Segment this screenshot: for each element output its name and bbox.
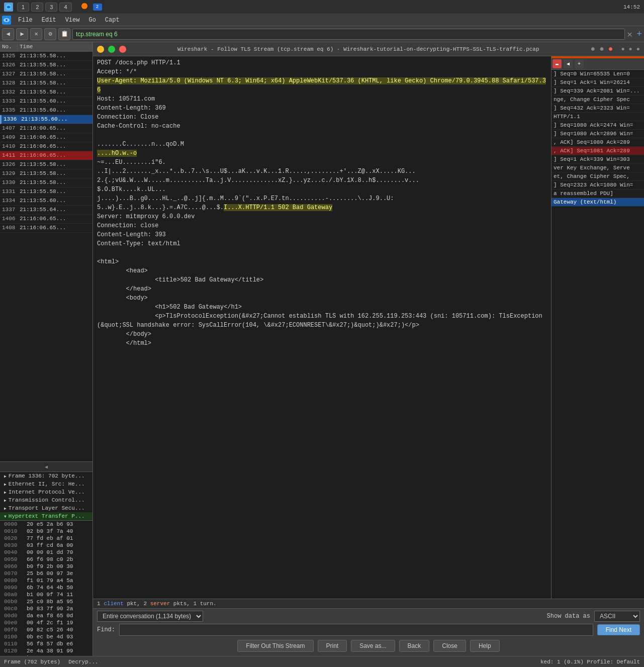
packet-row[interactable]: 140621:16:06.65... — [0, 215, 93, 224]
close-button[interactable]: Close — [433, 640, 466, 652]
find-input[interactable] — [119, 624, 593, 636]
pkt-info-item[interactable]: a reassembled PDU] — [551, 189, 644, 198]
menu-file[interactable]: File — [14, 16, 37, 25]
status-frame: Frame (702 bytes) — [4, 659, 60, 665]
toolbar-btn-3[interactable]: ✕ — [30, 28, 42, 40]
details-tls[interactable]: ▶ Transport Layer Secu... — [0, 504, 93, 512]
details-http[interactable]: ▼ Hypertext Transfer P... — [0, 512, 93, 520]
expand-left[interactable]: ◀ — [0, 461, 93, 471]
packet-row[interactable]: 140721:16:00.65... — [0, 124, 93, 133]
pkt-info-item[interactable]: ver Key Exchange, Serve — [551, 164, 644, 172]
packet-row[interactable]: 140921:16:06.65... — [0, 133, 93, 142]
status-decrypt: Decryp... — [68, 659, 98, 665]
tls-line: $.O.BTk....k..UL... — [97, 185, 547, 194]
details-tcp[interactable]: ▶ Transmission Control... — [0, 496, 93, 504]
win-close[interactable] — [119, 46, 126, 53]
packet-row[interactable]: 133121:13:55.58... — [0, 187, 93, 197]
packet-row[interactable]: 132821:13:55.58... — [0, 79, 93, 88]
status-text: 1 client pkt, 2 server pkts, 1 turn. — [93, 599, 644, 608]
pkt-info-item[interactable]: ] Seq=339 Ack=2081 Win=... — [551, 87, 644, 96]
packet-row[interactable]: 133021:13:55.58... — [0, 178, 93, 187]
toolbar-btn-4[interactable]: ⚙ — [44, 28, 56, 40]
win-extra-2[interactable]: ● — [629, 46, 632, 53]
print-button[interactable]: Print — [318, 640, 347, 652]
pkt-info-item[interactable]: , ACK] Seq=1080 Ack=289 — [551, 138, 644, 147]
win-btn-mid[interactable]: ● — [599, 45, 604, 54]
packet-row[interactable]: 132921:13:55.58... — [0, 169, 93, 178]
save-as-button[interactable]: Save as... — [351, 640, 395, 652]
tls-line: Content-Type: text/html — [97, 239, 547, 248]
taskbar-btn-2[interactable]: 2 — [31, 3, 43, 12]
hex-row: 00f009 82 c5 26 40 — [0, 626, 93, 633]
packet-row[interactable]: 133521:13:55.60... — [0, 106, 93, 115]
find-next-button[interactable]: Find Next — [597, 624, 640, 635]
pkt-info-item[interactable]: ] Seq=0 Win=65535 Len=0 — [551, 70, 644, 78]
pkt-info-item[interactable]: ] Seq=2323 Ack=1080 Win= — [551, 181, 644, 189]
hex-panel: 000020 e5 2a b6 93 001002 b0 3f 7a 40 00… — [0, 520, 93, 656]
packet-row[interactable]: 133721:13:55.64... — [0, 206, 93, 215]
filter-out-button[interactable]: Filter Out This Stream — [237, 640, 313, 652]
tls-line: Server: mitmproxy 6.0.0.dev — [97, 212, 547, 221]
time-display: 14:52 — [623, 4, 640, 10]
packet-row[interactable]: 133421:13:55.60... — [0, 197, 93, 206]
menu-go[interactable]: Go — [84, 16, 100, 25]
back-button[interactable]: Back — [399, 640, 430, 652]
packet-row-red[interactable]: 141121:16:06.65... — [0, 151, 93, 160]
filter-clear[interactable]: ✕ — [627, 29, 632, 40]
pkt-info-item[interactable]: HTTP/1.1 — [551, 113, 644, 121]
taskbar-btn-4[interactable]: 4 — [59, 3, 71, 12]
filter-input[interactable] — [72, 29, 625, 40]
packet-row[interactable]: 132721:13:55.58... — [0, 70, 93, 79]
toolbar-btn-2[interactable]: ▶ — [16, 28, 28, 40]
packet-row-selected[interactable]: 133621:13:55.60... — [0, 115, 93, 124]
details-frame[interactable]: ▶ Frame 1336: 702 byte... — [0, 472, 93, 480]
ascii-select[interactable]: ASCII Hex Dump C Arrays Raw — [594, 611, 640, 622]
tls-line: <body> — [97, 294, 547, 303]
tls-line: j....)...B..g0....HL._..@..j]{.m..M...9`… — [97, 194, 547, 203]
pkt-info-item-red[interactable]: , ACK] Seq=1081 Ack=289 — [551, 147, 644, 155]
filter-add[interactable]: + — [636, 29, 642, 39]
menu-edit[interactable]: Edit — [38, 16, 60, 25]
toolbar-btn-5[interactable]: 📋 — [58, 28, 70, 40]
win-extra-3[interactable]: ● — [636, 46, 640, 53]
win-extra-1[interactable]: ● — [621, 46, 624, 53]
taskbar-btn-3[interactable]: 3 — [45, 3, 57, 12]
tls-line: Connection: close — [97, 221, 547, 230]
pkt-icon-3[interactable]: + — [575, 59, 584, 68]
packet-row[interactable]: 141021:16:06.65... — [0, 142, 93, 151]
win-minimize[interactable] — [97, 46, 104, 53]
conversation-row: Entire conversation (1,134 bytes) Show d… — [97, 611, 640, 622]
win-btn-right[interactable]: ● — [608, 45, 613, 54]
details-ip[interactable]: ▶ Internet Protocol Ve... — [0, 488, 93, 496]
packet-row[interactable]: 132621:13:55.58... — [0, 160, 93, 169]
menu-capt[interactable]: Capt — [101, 16, 124, 25]
pkt-info-item[interactable]: ] Seq=1080 Ack=2474 Win= — [551, 121, 644, 130]
packet-row[interactable]: 133321:13:55.60... — [0, 97, 93, 106]
packet-row[interactable]: 133221:13:55.58... — [0, 88, 93, 97]
hex-row: 01202e 4a 38 91 99 — [0, 647, 93, 654]
pkt-info-item[interactable]: ] Seq=1 Ack=339 Win=303 — [551, 155, 644, 164]
win-maximize[interactable] — [108, 46, 115, 53]
conversation-select[interactable]: Entire conversation (1,134 bytes) — [97, 611, 203, 622]
pkt-info-item[interactable]: ] Seq=1 Ack=1 Win=26214 — [551, 78, 644, 87]
hex-row: 00e000 4f 2c f1 19 — [0, 619, 93, 626]
pkt-info-item[interactable]: et, Change Cipher Spec, — [551, 172, 644, 181]
bottom-status-bar: Frame (702 bytes) Decryp... ked: 1 (0.1%… — [0, 656, 644, 667]
hex-row: 002077 fd eb af 01 — [0, 535, 93, 542]
packet-row[interactable]: 132521:13:55.58... — [0, 52, 93, 61]
pkt-info-item[interactable]: nge, Change Cipher Spec — [551, 96, 644, 104]
pkt-info-item-selected[interactable]: Gateway (text/html) — [551, 198, 644, 207]
win-btn-left[interactable]: ● — [591, 45, 596, 54]
tls-line: 2.{.;vU&.W...W.....m..........Ta..j.V...… — [97, 176, 547, 185]
pkt-info-item[interactable]: ] Seq=432 Ack=2323 Win= — [551, 104, 644, 113]
taskbar-btn-1[interactable]: 1 — [17, 3, 29, 12]
menu-view[interactable]: View — [61, 16, 84, 25]
details-ethernet[interactable]: ▶ Ethernet II, Src: He... — [0, 480, 93, 488]
toolbar-btn-1[interactable]: ◀ — [2, 28, 14, 40]
packet-row[interactable]: 132621:13:55.58... — [0, 61, 93, 70]
pkt-icon-2[interactable]: ◀ — [564, 59, 573, 68]
help-button[interactable]: Help — [470, 640, 500, 652]
packet-row[interactable]: 140821:16:06.65... — [0, 224, 93, 233]
pkt-info-item[interactable]: ] Seq=1080 Ack=2896 Win= — [551, 130, 644, 138]
tls-line: User-Agent: Mozilla/5.0 (Windows NT 6.3;… — [97, 76, 547, 94]
